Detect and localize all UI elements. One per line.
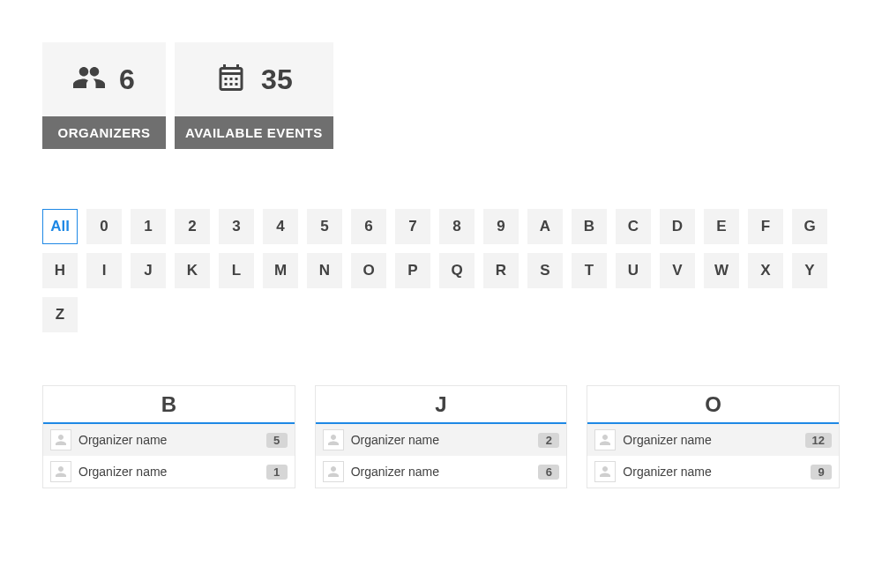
alpha-filter-i[interactable]: I bbox=[86, 253, 122, 288]
alpha-filter-2[interactable]: 2 bbox=[175, 209, 210, 244]
alpha-filter-v[interactable]: V bbox=[660, 253, 695, 288]
organizer-name: Organizer name bbox=[78, 465, 259, 479]
alpha-filter-b[interactable]: B bbox=[572, 209, 607, 244]
organizers-label: ORGANIZERS bbox=[42, 116, 166, 149]
alpha-filter-e[interactable]: E bbox=[704, 209, 739, 244]
avatar-icon bbox=[594, 461, 616, 482]
alpha-filter-c[interactable]: C bbox=[616, 209, 651, 244]
alpha-filter-8[interactable]: 8 bbox=[439, 209, 475, 244]
avatar-icon bbox=[323, 461, 344, 482]
alpha-filter-z[interactable]: Z bbox=[42, 297, 78, 332]
organizers-count: 6 bbox=[119, 63, 135, 96]
organizer-count-badge: 5 bbox=[266, 433, 288, 448]
organizer-row[interactable]: Organizer name2 bbox=[316, 424, 567, 456]
alpha-filter-6[interactable]: 6 bbox=[351, 209, 386, 244]
alpha-filter-l[interactable]: L bbox=[219, 253, 254, 288]
alpha-filter-4[interactable]: 4 bbox=[263, 209, 298, 244]
events-stat-card: 35 AVAILABLE EVENTS bbox=[175, 42, 333, 149]
alpha-filter-s[interactable]: S bbox=[527, 253, 563, 288]
organizer-name: Organizer name bbox=[78, 433, 259, 447]
organizer-name: Organizer name bbox=[623, 433, 797, 447]
stat-cards: 6 ORGANIZERS 35 AVAILABLE EVENTS bbox=[42, 42, 840, 149]
organizer-count-badge: 1 bbox=[266, 465, 288, 480]
alpha-filter-7[interactable]: 7 bbox=[395, 209, 430, 244]
organizer-count-badge: 9 bbox=[811, 465, 832, 480]
alpha-filter-1[interactable]: 1 bbox=[131, 209, 166, 244]
avatar-icon bbox=[594, 429, 616, 450]
alpha-filter-9[interactable]: 9 bbox=[483, 209, 519, 244]
alpha-filter-all[interactable]: All bbox=[42, 209, 78, 244]
calendar-icon bbox=[215, 62, 247, 97]
organizers-stat-top: 6 bbox=[42, 42, 166, 116]
organizer-count-badge: 6 bbox=[538, 465, 559, 480]
alpha-filter-list: All0123456789ABCDEFGHIJKLMNOPQRSTUVWXYZ bbox=[42, 209, 840, 332]
organizer-row[interactable]: Organizer name1 bbox=[43, 456, 295, 488]
events-label: AVAILABLE EVENTS bbox=[175, 116, 333, 149]
alpha-filter-k[interactable]: K bbox=[175, 253, 210, 288]
organizer-row[interactable]: Organizer name9 bbox=[587, 456, 839, 488]
alpha-filter-g[interactable]: G bbox=[792, 209, 827, 244]
alpha-filter-0[interactable]: 0 bbox=[86, 209, 122, 244]
organizer-row[interactable]: Organizer name5 bbox=[43, 424, 295, 456]
organizer-groups: BOrganizer name5Organizer name1JOrganize… bbox=[42, 385, 840, 488]
avatar-icon bbox=[50, 429, 71, 450]
alpha-filter-t[interactable]: T bbox=[572, 253, 607, 288]
group-header: J bbox=[316, 386, 567, 424]
alpha-filter-x[interactable]: X bbox=[748, 253, 783, 288]
alpha-filter-a[interactable]: A bbox=[527, 209, 563, 244]
organizer-name: Organizer name bbox=[623, 465, 804, 479]
users-icon bbox=[73, 62, 105, 97]
alpha-filter-j[interactable]: J bbox=[131, 253, 166, 288]
alpha-filter-u[interactable]: U bbox=[616, 253, 651, 288]
alpha-filter-o[interactable]: O bbox=[351, 253, 386, 288]
organizer-row[interactable]: Organizer name6 bbox=[316, 456, 567, 488]
alpha-filter-f[interactable]: F bbox=[748, 209, 783, 244]
organizer-count-badge: 2 bbox=[538, 433, 559, 448]
avatar-icon bbox=[50, 461, 71, 482]
alpha-filter-d[interactable]: D bbox=[660, 209, 695, 244]
alpha-filter-n[interactable]: N bbox=[307, 253, 342, 288]
group-j: JOrganizer name2Organizer name6 bbox=[315, 385, 568, 488]
events-count: 35 bbox=[261, 63, 293, 96]
group-o: OOrganizer name12Organizer name9 bbox=[587, 385, 840, 488]
group-header: O bbox=[587, 386, 839, 424]
alpha-filter-5[interactable]: 5 bbox=[307, 209, 342, 244]
organizer-count-badge: 12 bbox=[805, 433, 832, 448]
organizers-stat-card: 6 ORGANIZERS bbox=[42, 42, 166, 149]
alpha-filter-w[interactable]: W bbox=[704, 253, 739, 288]
alpha-filter-3[interactable]: 3 bbox=[219, 209, 254, 244]
organizer-name: Organizer name bbox=[351, 465, 532, 479]
avatar-icon bbox=[323, 429, 344, 450]
events-stat-top: 35 bbox=[175, 42, 333, 116]
organizer-row[interactable]: Organizer name12 bbox=[587, 424, 839, 456]
alpha-filter-h[interactable]: H bbox=[42, 253, 78, 288]
alpha-filter-r[interactable]: R bbox=[483, 253, 519, 288]
alpha-filter-q[interactable]: Q bbox=[439, 253, 475, 288]
group-b: BOrganizer name5Organizer name1 bbox=[42, 385, 295, 488]
organizer-name: Organizer name bbox=[351, 433, 532, 447]
alpha-filter-y[interactable]: Y bbox=[792, 253, 827, 288]
group-header: B bbox=[43, 386, 295, 424]
alpha-filter-p[interactable]: P bbox=[395, 253, 430, 288]
alpha-filter-m[interactable]: M bbox=[263, 253, 298, 288]
